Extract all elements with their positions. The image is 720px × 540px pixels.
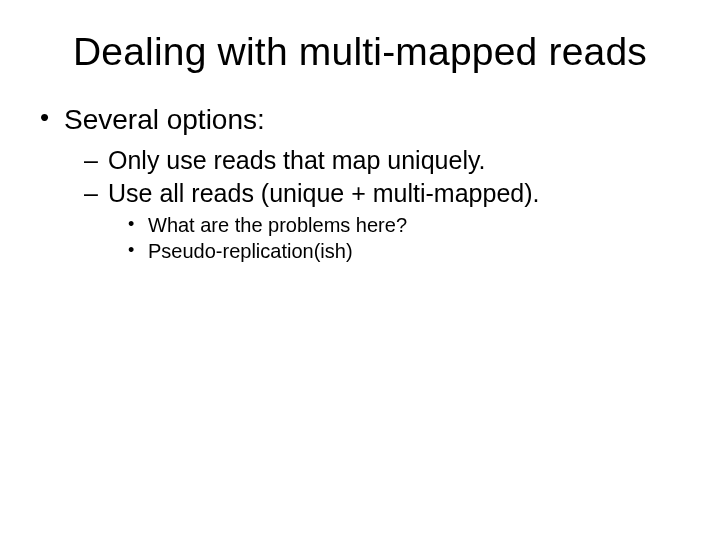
bullet-level3: Pseudo-replication(ish) <box>40 240 680 263</box>
bullet-level3: What are the problems here? <box>40 214 680 237</box>
level2-group: Only use reads that map uniquely. Use al… <box>40 146 680 263</box>
bullet-level2: Only use reads that map uniquely. <box>40 146 680 175</box>
bullet-level2: Use all reads (unique + multi-mapped). <box>40 179 680 208</box>
slide-title: Dealing with multi-mapped reads <box>40 30 680 74</box>
slide: Dealing with multi-mapped reads Several … <box>0 0 720 540</box>
level3-group: What are the problems here? Pseudo-repli… <box>40 214 680 263</box>
bullet-level1: Several options: <box>40 104 680 136</box>
